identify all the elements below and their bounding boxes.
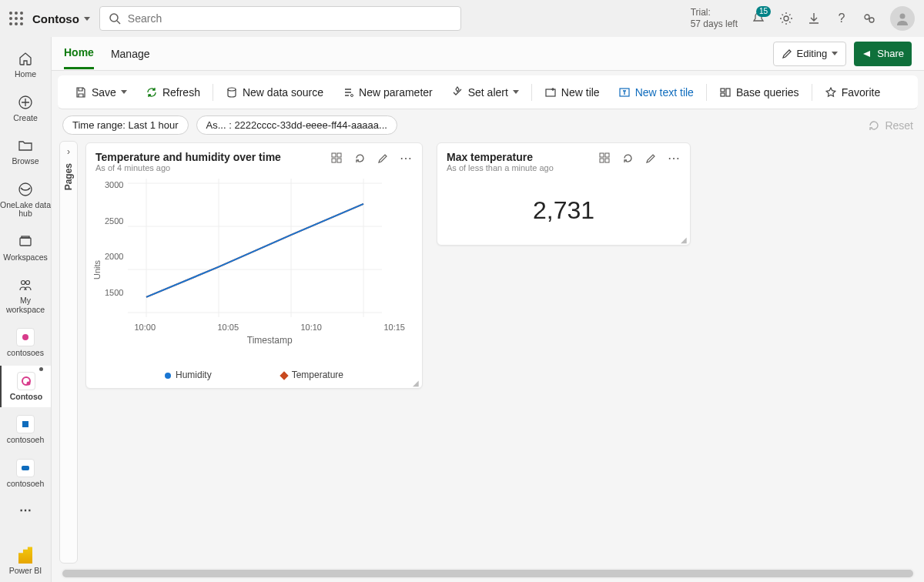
more-icon[interactable]: ⋯ <box>667 151 681 165</box>
search-input[interactable] <box>128 12 453 25</box>
help-icon[interactable]: ? <box>835 12 849 25</box>
nav-contoso-active[interactable]: Contoso <box>0 366 51 408</box>
svg-point-0 <box>110 14 118 22</box>
svg-rect-24 <box>332 153 336 157</box>
nav-my-workspace[interactable]: My workspace <box>0 269 51 320</box>
svg-rect-27 <box>337 159 341 162</box>
svg-rect-36 <box>600 153 604 157</box>
legend-temperature: Temperature <box>281 370 343 380</box>
svg-rect-8 <box>20 238 31 246</box>
svg-rect-9 <box>22 236 29 238</box>
refresh-tile-icon[interactable] <box>621 151 634 165</box>
notification-count: 15 <box>756 6 771 17</box>
workspace-switcher[interactable]: Contoso <box>32 12 90 25</box>
chart-area: Units 3000 2500 2000 1500 10:00 10:05 <box>86 176 422 362</box>
svg-line-1 <box>117 21 120 24</box>
top-right-actions: Trial: 57 days left 15 ? <box>691 6 915 31</box>
notifications-icon[interactable]: 15 <box>752 12 765 25</box>
legend-humidity: Humidity <box>165 370 212 380</box>
dashboard-icon <box>17 372 35 390</box>
svg-rect-39 <box>605 159 609 162</box>
command-bar: Save Refresh New data source New paramet… <box>58 75 918 109</box>
top-bar: Contoso Trial: 57 days left 15 ? <box>0 0 924 37</box>
svg-point-4 <box>869 18 874 22</box>
chevron-down-icon <box>513 90 519 94</box>
more-icon[interactable]: ⋯ <box>399 151 413 165</box>
settings-icon[interactable] <box>779 12 793 25</box>
svg-point-7 <box>19 183 32 196</box>
svg-point-17 <box>228 88 236 91</box>
share-button[interactable]: Share <box>854 42 912 66</box>
filter-chip[interactable]: As... : 2222cccc-33dd-eeee-ff44-aaaaa... <box>196 115 397 135</box>
x-axis-ticks: 10:00 10:05 10:10 10:15 <box>128 319 411 332</box>
nav-browse[interactable]: Browse <box>0 130 51 172</box>
page-tabs: Home Manage Editing Share <box>52 37 924 71</box>
nav-create[interactable]: Create <box>0 87 51 129</box>
pages-rail[interactable]: › Pages <box>59 141 78 564</box>
plus-circle-icon <box>16 93 35 112</box>
nav-onelake[interactable]: OneLake data hub <box>0 174 51 225</box>
download-icon[interactable] <box>807 12 821 25</box>
edit-tile-icon[interactable] <box>644 151 658 165</box>
svg-rect-16 <box>22 466 29 470</box>
powerbi-icon <box>16 546 35 564</box>
chart-legend: Humidity Temperature <box>86 362 422 388</box>
home-icon <box>16 49 35 68</box>
nav-home[interactable]: Home <box>0 43 51 85</box>
svg-rect-23 <box>726 89 730 96</box>
tile-temperature-humidity[interactable]: Temperature and humidity over time As of… <box>85 142 423 389</box>
nav-workspaces[interactable]: Workspaces <box>0 226 51 269</box>
svg-point-12 <box>22 334 28 340</box>
chevron-right-icon: › <box>67 146 70 157</box>
user-avatar[interactable] <box>890 6 915 31</box>
explore-icon[interactable] <box>330 151 343 165</box>
set-alert-button[interactable]: Set alert <box>445 83 525 102</box>
new-parameter-button[interactable]: New parameter <box>336 83 439 102</box>
nav-contosoeh-1[interactable]: contosoeh <box>0 409 51 451</box>
refresh-button[interactable]: Refresh <box>139 83 206 102</box>
dashboard-canvas: Temperature and humidity over time As of… <box>82 141 924 568</box>
tile-max-temperature[interactable]: Max temperature As of less than a minute… <box>437 142 691 246</box>
tab-home[interactable]: Home <box>64 38 94 69</box>
nav-contosoeh-2[interactable]: contosoeh <box>0 453 51 495</box>
chevron-down-icon <box>121 90 127 94</box>
plot-area: 10:00 10:05 10:10 10:15 Timestamp <box>128 179 411 362</box>
nav-powerbi[interactable]: Power BI <box>0 540 51 582</box>
svg-rect-37 <box>605 153 609 157</box>
favorite-button[interactable]: Favorite <box>819 83 887 102</box>
my-workspace-icon <box>16 276 35 294</box>
new-text-tile-button[interactable]: New text tile <box>612 83 700 102</box>
tab-manage[interactable]: Manage <box>111 39 150 69</box>
folder-icon <box>16 136 35 155</box>
time-range-chip[interactable]: Time range: Last 1 hour <box>62 115 189 135</box>
workspaces-icon <box>16 232 35 251</box>
y-axis-label: Units <box>92 260 102 279</box>
svg-point-2 <box>784 16 788 21</box>
y-axis-ticks: 3000 2500 2000 1500 <box>105 179 128 326</box>
nav-more[interactable]: ⋯ <box>0 497 51 523</box>
new-data-source-button[interactable]: New data source <box>219 83 330 102</box>
reset-label: Reset <box>885 119 913 132</box>
resize-handle-icon[interactable]: ◢ <box>681 236 688 243</box>
base-queries-button[interactable]: Base queries <box>713 83 805 102</box>
edit-tile-icon[interactable] <box>376 151 390 165</box>
side-nav: Home Create Browse OneLake data hub Work… <box>0 37 52 582</box>
onelake-icon <box>16 180 35 199</box>
svg-point-10 <box>22 281 25 285</box>
app-launcher-icon[interactable] <box>9 12 23 25</box>
nav-contosoes[interactable]: contosoes <box>0 322 51 364</box>
x-axis-label: Timestamp <box>128 332 411 346</box>
feedback-icon[interactable] <box>862 12 876 25</box>
search-icon <box>108 12 122 25</box>
explore-icon[interactable] <box>598 151 611 165</box>
horizontal-scrollbar[interactable] <box>61 568 915 579</box>
trial-label: Trial: <box>691 7 738 18</box>
resize-handle-icon[interactable]: ◢ <box>413 379 420 386</box>
save-button[interactable]: Save <box>69 83 133 102</box>
brand-label: Contoso <box>32 12 79 25</box>
new-tile-button[interactable]: New tile <box>538 83 606 102</box>
editing-mode-button[interactable]: Editing <box>773 42 847 66</box>
search-box[interactable] <box>99 6 461 31</box>
reset-button[interactable]: Reset <box>868 119 913 132</box>
refresh-tile-icon[interactable] <box>353 151 367 165</box>
